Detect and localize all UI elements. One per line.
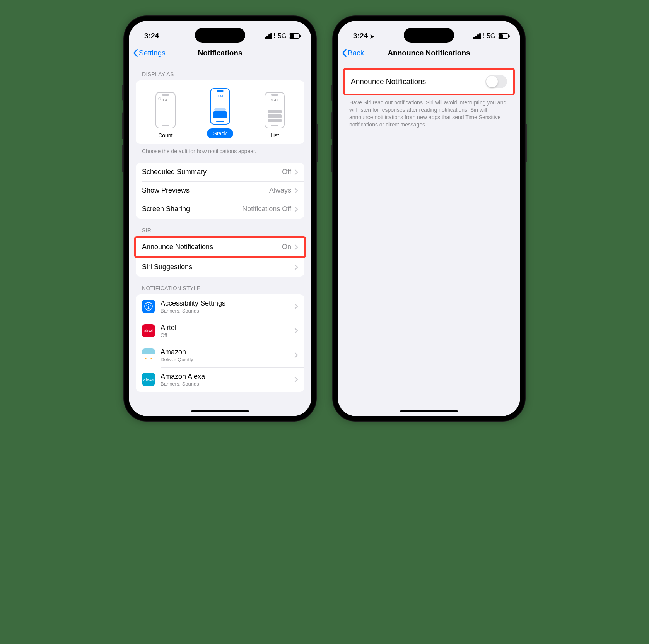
screen-notifications: 3:24 ! 5G Settings Notifications DISPLAY… xyxy=(129,21,311,416)
display-option-count[interactable]: 9:41 Count xyxy=(155,92,176,138)
network-label: 5G xyxy=(487,32,495,40)
row-announce-toggle: Announce Notifications xyxy=(345,70,513,94)
status-time: 3:24 xyxy=(144,32,159,40)
back-label: Back xyxy=(348,49,364,57)
display-option-stack[interactable]: 9:41 Stack xyxy=(207,88,233,138)
chevron-right-icon xyxy=(294,376,298,383)
accessibility-icon xyxy=(142,300,155,313)
chevron-right-icon xyxy=(294,264,298,270)
svg-point-1 xyxy=(148,304,149,306)
chevron-left-icon xyxy=(342,49,347,57)
app-row-alexa[interactable]: alexa Amazon Alexa Banners, Sounds xyxy=(136,367,304,392)
battery-icon xyxy=(289,33,300,39)
back-label: Settings xyxy=(139,49,166,57)
battery-icon xyxy=(498,33,509,39)
chevron-right-icon xyxy=(294,303,298,309)
nav-bar: Back Announce Notifications xyxy=(338,43,520,63)
row-screen-sharing[interactable]: Screen Sharing Notifications Off xyxy=(136,200,304,219)
announce-toggle[interactable] xyxy=(485,75,507,88)
back-button[interactable]: Settings xyxy=(133,49,166,57)
notification-options-group: Scheduled Summary Off Show Previews Alwa… xyxy=(136,163,304,219)
airtel-icon: airtel xyxy=(142,324,155,337)
announce-description: Have Siri read out notifications. Siri w… xyxy=(338,95,520,131)
display-as-card: 9:41 Count 9:41 Stack xyxy=(136,80,304,144)
siri-group-rest: Siri Suggestions xyxy=(136,258,304,277)
display-option-list[interactable]: 9:41 List xyxy=(265,92,285,138)
amazon-icon xyxy=(142,348,155,362)
toggle-knob xyxy=(486,76,498,87)
section-notification-style: NOTIFICATION STYLE xyxy=(129,277,311,294)
alexa-icon: alexa xyxy=(142,373,155,386)
app-row-airtel[interactable]: airtel Airtel Off xyxy=(136,319,304,343)
back-button[interactable]: Back xyxy=(342,49,364,57)
notification-style-group: Accessibility Settings Banners, Sounds a… xyxy=(136,294,304,392)
chevron-left-icon xyxy=(133,49,138,57)
chevron-right-icon xyxy=(294,328,298,334)
section-display-as: DISPLAY AS xyxy=(129,63,311,80)
row-siri-suggestions[interactable]: Siri Suggestions xyxy=(136,258,304,277)
network-label: 5G xyxy=(278,32,287,40)
chevron-right-icon xyxy=(294,352,298,358)
app-row-accessibility[interactable]: Accessibility Settings Banners, Sounds xyxy=(136,294,304,319)
page-title: Announce Notifications xyxy=(338,49,520,57)
status-time: 3:24 ➤ xyxy=(353,32,374,40)
screen-announce: 3:24 ➤ ! 5G Back Announce Notifications … xyxy=(338,21,520,416)
nav-bar: Settings Notifications xyxy=(129,43,311,63)
signal-icon xyxy=(473,33,481,39)
location-icon: ➤ xyxy=(370,33,374,39)
section-siri: SIRI xyxy=(129,219,311,236)
app-row-amazon[interactable]: Amazon Deliver Quietly xyxy=(136,343,304,367)
chevron-right-icon xyxy=(294,244,298,250)
row-show-previews[interactable]: Show Previews Always xyxy=(136,181,304,200)
chevron-right-icon xyxy=(294,206,298,212)
home-indicator[interactable] xyxy=(191,410,249,412)
chevron-right-icon xyxy=(294,169,298,175)
highlight-announce: Announce Notifications On xyxy=(134,236,306,258)
row-announce-notifications[interactable]: Announce Notifications On xyxy=(136,238,304,256)
signal-icon xyxy=(265,33,272,39)
chevron-right-icon xyxy=(294,188,298,194)
row-scheduled-summary[interactable]: Scheduled Summary Off xyxy=(136,163,304,181)
dynamic-island xyxy=(195,28,245,43)
home-indicator[interactable] xyxy=(400,410,458,412)
display-footer: Choose the default for how notifications… xyxy=(129,144,311,157)
dynamic-island xyxy=(404,28,454,43)
phone-right: 3:24 ➤ ! 5G Back Announce Notifications … xyxy=(332,15,526,422)
phone-left: 3:24 ! 5G Settings Notifications DISPLAY… xyxy=(123,15,317,422)
highlight-toggle: Announce Notifications xyxy=(343,68,515,95)
